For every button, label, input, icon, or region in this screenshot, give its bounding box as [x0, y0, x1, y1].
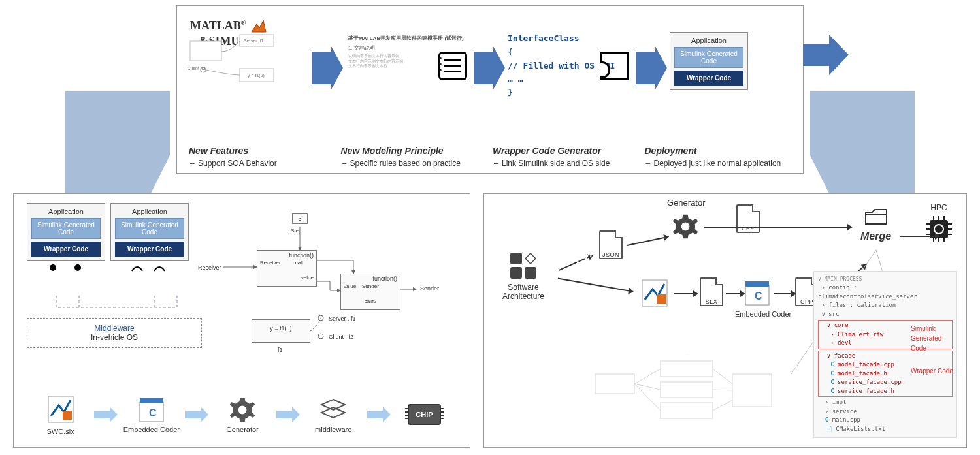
simulink-generated-code-box: Simulink Generated Code — [674, 47, 743, 68]
svg-text:Client :f2: Client :f2 — [188, 66, 206, 71]
toolchain-pipeline: SWC.slx C Embedded Coder Generator middl… — [27, 388, 458, 441]
arrow-merge-hpc — [900, 236, 935, 237]
pipe-arrow-4 — [367, 407, 391, 422]
application-box-top: Application Simulink Generated Code Wrap… — [670, 32, 748, 90]
svg-rect-20 — [745, 281, 769, 287]
middleware-box: Middleware In-vehicle OS — [27, 318, 202, 348]
architecture-diagram-thumb — [589, 354, 785, 439]
pipe-chip: CHIP — [391, 404, 458, 425]
arrow-gen-merge — [704, 227, 847, 228]
arrow-slx-ec — [726, 293, 740, 294]
folder-open-icon — [863, 206, 889, 227]
pipe-embedded-coder: C Embedded Coder — [118, 396, 185, 433]
port-in-icon — [129, 262, 169, 272]
application-box-left-2: Application Simulink Generated Code Wrap… — [110, 203, 189, 261]
pipe-arrow-1 — [94, 407, 118, 422]
svg-point-8 — [318, 315, 323, 321]
arrow-json-gen — [627, 237, 664, 246]
arrow-stage1 — [312, 52, 331, 84]
left-detail-panel: Application Simulink Generated Code Wrap… — [13, 193, 470, 448]
file-icon: SLX — [700, 277, 723, 306]
layers-icon — [319, 396, 348, 424]
curve-arrow-right — [810, 91, 915, 202]
svg-rect-13 — [140, 398, 163, 403]
top-workflow-panel: MATLAB® &SIMULINK® Server :f1 y = f1(u) … — [176, 5, 804, 174]
arrow-sa-sl — [558, 277, 629, 291]
cap-body-1: Support SOA Behavior — [189, 159, 335, 168]
list-icon — [438, 52, 467, 80]
caption-row: New FeaturesSupport SOA Behavior New Mod… — [189, 146, 790, 168]
pipe-middleware: middleware — [300, 396, 367, 433]
f1-label: f1 — [278, 347, 283, 353]
client-f2-label: Client . f2 — [329, 334, 353, 340]
application-pair: Application Simulink Generated Code Wrap… — [27, 203, 189, 261]
simulink-file-icon — [44, 394, 77, 426]
merge-label: Merge — [860, 230, 891, 242]
arrow-sl-slx — [674, 293, 693, 294]
svg-rect-39 — [661, 403, 713, 418]
receiver-block: function() Receiver call value — [257, 250, 317, 287]
pipe-swc-slx: SWC.slx — [27, 394, 94, 435]
sender-port-label: Sender — [420, 285, 439, 292]
wrapper-code-box: Wrapper Code — [674, 71, 743, 86]
cap-title-3: Wrapper Code Generator — [493, 146, 638, 156]
simulink-file-icon — [638, 277, 671, 310]
svg-rect-36 — [595, 374, 634, 394]
arrow-stage2 — [474, 52, 493, 84]
simulink-mini-diagram: Server :f1 y = f1(u) Client :f2 — [184, 32, 282, 91]
big-arrow-right — [803, 32, 849, 78]
pipe-generator: Generator — [208, 396, 276, 433]
middleware-link-lines — [40, 296, 197, 318]
receiver-port-label: Receiver — [198, 264, 221, 271]
svg-text:C: C — [149, 407, 157, 418]
svg-point-16 — [681, 223, 690, 231]
app-grid-icon — [510, 253, 536, 279]
svg-text:C: C — [755, 290, 762, 302]
slx-file: SLX — [700, 277, 723, 306]
sender-block: function() value Sender callf2 — [340, 274, 400, 310]
file-icon: CPP — [736, 204, 760, 233]
port-out-icon — [74, 264, 81, 271]
svg-point-15 — [238, 406, 247, 415]
cap-body-3: Link Simulink side and OS side — [493, 159, 638, 168]
chip-icon: CHIP — [408, 404, 440, 425]
right-detail-panel: Software Architecture Generator JSON CPP… — [483, 193, 967, 448]
svg-rect-11 — [63, 411, 72, 420]
stage-deployment: Application Simulink Generated Code Wrap… — [655, 32, 798, 104]
embedded-coder-icon: C — [743, 279, 772, 307]
cap-body-2: Specific rules based on practice — [341, 159, 487, 168]
arrow-stage3 — [636, 52, 655, 84]
application-box-left-1: Application Simulink Generated Code Wrap… — [27, 203, 105, 261]
source-tree: ∨ MAIN PROCESS › config : climatecontrol… — [813, 271, 957, 438]
embedded-coder-icon: C — [137, 396, 166, 424]
pipe-arrow-2 — [185, 407, 208, 422]
svg-text:y = f1(u): y = f1(u) — [248, 73, 265, 78]
wrapper-code-annotation: Wrapper Code — [911, 366, 956, 376]
cap-body-4: Deployed just like normal application — [645, 159, 791, 168]
f1-block: y = f1(u) — [252, 319, 310, 343]
simulink-diagram: New Style ! 3 Step Receiver function() R… — [223, 213, 458, 357]
embedded-coder-label: Embedded Coder — [735, 310, 791, 318]
port-out-icon — [50, 264, 56, 271]
server-f1-label: Server . f1 — [329, 315, 356, 322]
puzzle-icon — [600, 52, 629, 80]
svg-rect-37 — [661, 361, 713, 377]
gear-icon — [671, 212, 700, 241]
gear-icon — [228, 396, 257, 424]
svg-rect-40 — [732, 374, 772, 407]
step-source-block: 3 — [292, 213, 308, 224]
svg-rect-38 — [661, 382, 713, 398]
new-style-badge: New Style ! — [576, 238, 597, 270]
svg-text:Server :f1: Server :f1 — [244, 39, 263, 43]
stage-new-features: Server :f1 y = f1(u) Client :f2 — [184, 32, 312, 104]
step-label: Step — [291, 228, 301, 234]
stage-modeling-principle: 基于MATLAB开发应用层软件的建模手册 (试运行) 1. 文档说明 说明内容示… — [331, 32, 474, 104]
stage-wrapper-generator: InterfaceClass { // Filled with OS API …… — [493, 32, 636, 104]
cap-title-1: New Features — [189, 146, 335, 156]
cap-title-4: Deployment — [645, 146, 791, 156]
svg-rect-18 — [657, 294, 666, 304]
file-icon: JSON — [599, 230, 623, 259]
middleware-label: Middleware — [30, 324, 199, 333]
curve-arrow-left — [65, 91, 170, 202]
svg-point-9 — [318, 334, 323, 339]
